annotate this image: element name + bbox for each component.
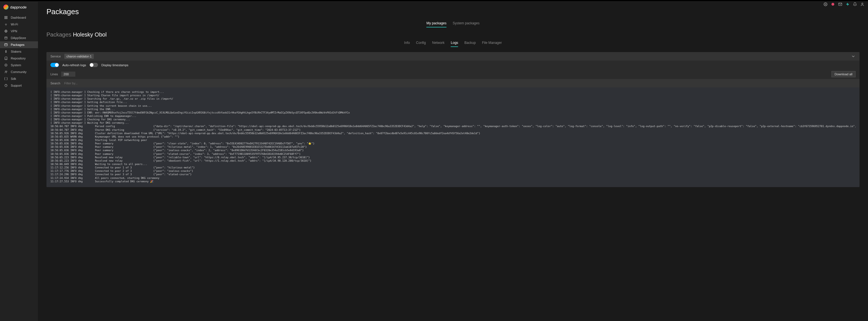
sidebar-item-label: Wi-Fi — [11, 23, 18, 26]
svg-point-1 — [832, 3, 834, 6]
sub-tab-file-manager[interactable]: File Manager — [482, 41, 502, 47]
lines-row: Lines Download all — [46, 69, 860, 79]
search-row: Search — [46, 79, 860, 88]
svg-point-17 — [6, 65, 6, 66]
svg-point-19 — [5, 71, 6, 72]
search-input[interactable] — [64, 81, 856, 86]
system-icon — [4, 63, 8, 67]
sidebar-item-community[interactable]: Community — [0, 68, 38, 75]
svg-point-18 — [5, 64, 7, 66]
dashboard-icon — [4, 15, 8, 20]
sub-tabs: InfoConfigNetworkLogsBackupFile Manager — [46, 41, 860, 47]
breadcrumb: Packages Holesky Obol — [46, 31, 860, 38]
logo[interactable]: dappnode — [0, 2, 38, 12]
user-icon[interactable] — [860, 2, 865, 6]
sidebar-item-label: System — [11, 63, 21, 67]
sidebar-item-packages[interactable]: Packages — [0, 41, 38, 48]
top-tab-my-packages[interactable]: My packages — [426, 21, 446, 28]
timestamps-label: Display timestamps — [101, 63, 128, 67]
repo-icon — [4, 56, 8, 60]
wifi-icon — [4, 22, 8, 26]
sub-tab-backup[interactable]: Backup — [464, 41, 476, 47]
logo-text: dappnode — [10, 5, 27, 9]
auto-refresh-label: Auto-refresh logs — [62, 63, 86, 67]
mail-icon[interactable] — [838, 2, 842, 6]
indicator-icon[interactable] — [831, 2, 835, 6]
sidebar-item-support[interactable]: Support — [0, 82, 38, 89]
svg-rect-5 — [5, 17, 6, 18]
timestamps-toggle[interactable] — [90, 63, 98, 67]
svg-marker-14 — [6, 50, 7, 52]
svg-rect-7 — [5, 18, 6, 19]
sidebar-item-label: Dashboard — [11, 16, 26, 19]
packages-icon — [4, 43, 8, 47]
sidebar-item-label: Support — [11, 84, 22, 87]
svg-rect-12 — [4, 44, 7, 46]
sub-tab-config[interactable]: Config — [416, 41, 426, 47]
breadcrumb-prefix: Packages — [46, 31, 73, 38]
breadcrumb-current: Holesky Obol — [73, 31, 106, 38]
bell-icon[interactable] — [853, 2, 857, 6]
sub-tab-network[interactable]: Network — [432, 41, 444, 47]
sidebar-item-label: Packages — [11, 43, 24, 46]
sub-tab-logs[interactable]: Logs — [451, 41, 458, 47]
sidebar-item-vpn[interactable]: VPN — [0, 28, 38, 35]
vpn-icon — [4, 29, 8, 33]
sidebar-item-system[interactable]: System — [0, 62, 38, 68]
top-tabs: My packagesSystem packages — [46, 21, 860, 28]
sidebar-item-label: VPN — [11, 29, 17, 33]
logo-mark-icon — [3, 4, 8, 10]
download-all-button[interactable]: Download all — [832, 71, 856, 77]
gear-icon[interactable] — [823, 2, 828, 6]
main: Packages My packagesSystem packages Pack… — [38, 2, 868, 193]
svg-point-0 — [825, 4, 826, 5]
top-tab-system-packages[interactable]: System packages — [453, 21, 479, 28]
lines-label: Lines — [51, 72, 58, 76]
svg-marker-13 — [5, 50, 6, 52]
svg-marker-15 — [5, 52, 6, 53]
sdk-icon — [4, 77, 8, 81]
sidebar-item-label: Stakers — [11, 50, 21, 53]
svg-rect-6 — [6, 17, 7, 18]
sidebar-item-wi-fi[interactable]: Wi-Fi — [0, 21, 38, 28]
svg-rect-8 — [6, 18, 7, 19]
stakers-icon — [4, 50, 8, 54]
sidebar-item-label: Community — [11, 70, 27, 74]
svg-marker-3 — [846, 3, 849, 6]
page-title: Packages — [46, 7, 860, 16]
bolt-icon[interactable] — [845, 2, 850, 6]
support-icon — [4, 84, 8, 88]
log-options: Auto-refresh logs Display timestamps — [46, 61, 860, 69]
sidebar-item-label: DAppStore — [11, 36, 26, 40]
store-icon — [4, 36, 8, 40]
sidebar-item-dappstore[interactable]: DAppStore — [0, 35, 38, 41]
service-label: Service — [51, 55, 61, 58]
auto-refresh-toggle[interactable] — [51, 63, 59, 67]
svg-point-4 — [862, 3, 863, 4]
log-pane: [ INFO-charon-manager ] Checking if ther… — [46, 88, 860, 187]
search-label: Search — [51, 82, 60, 85]
sidebar-item-dashboard[interactable]: Dashboard — [0, 14, 38, 21]
sidebar-item-label: Repository — [11, 57, 26, 60]
sidebar-item-sdk[interactable]: Sdk — [0, 75, 38, 82]
svg-rect-11 — [5, 38, 7, 39]
service-select[interactable]: charon-validator-1 — [64, 54, 94, 59]
community-icon — [4, 70, 8, 74]
sidebar-item-repository[interactable]: Repository — [0, 55, 38, 62]
sidebar-item-label: Sdk — [11, 77, 16, 81]
sub-tab-info[interactable]: Info — [404, 41, 410, 47]
header-bar — [823, 0, 868, 8]
log-output[interactable]: [ INFO-charon-manager ] Checking if ther… — [51, 90, 856, 183]
sidebar: dappnode DashboardWi-FiVPNDAppStorePacka… — [0, 2, 38, 193]
collapse-icon[interactable] — [851, 54, 856, 59]
service-bar: Service charon-validator-1 — [46, 52, 860, 61]
sidebar-item-stakers[interactable]: Stakers — [0, 48, 38, 55]
svg-marker-16 — [6, 52, 7, 53]
lines-input[interactable] — [61, 72, 75, 77]
svg-point-20 — [6, 71, 7, 72]
